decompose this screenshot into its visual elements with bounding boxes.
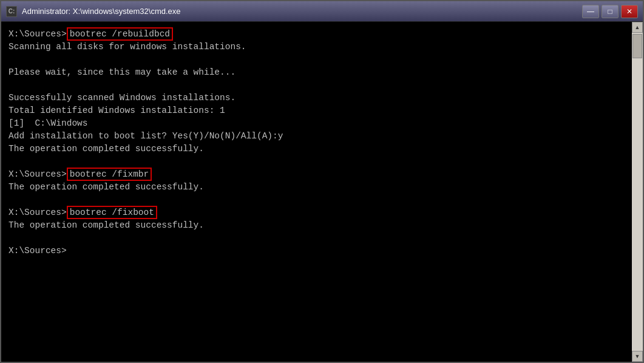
- window-icon: C:: [6, 6, 17, 17]
- scroll-track[interactable]: [632, 33, 643, 351]
- terminal-text-line: The operation completed successfully.: [8, 219, 625, 232]
- terminal-prompt: X:\Sources>: [8, 169, 67, 179]
- title-bar: C: Administrator: X:\windows\system32\cm…: [1, 1, 643, 22]
- scroll-down-arrow[interactable]: ▼: [632, 351, 643, 362]
- close-button[interactable]: ✕: [621, 5, 638, 18]
- terminal-prompt: X:\Sources>: [8, 29, 67, 39]
- terminal-prompt: X:\Sources>: [8, 208, 67, 217]
- empty-line: [8, 232, 625, 245]
- maximize-button[interactable]: □: [602, 5, 619, 18]
- minimize-button[interactable]: —: [582, 5, 599, 18]
- highlighted-command: bootrec /fixmbr: [67, 168, 152, 181]
- window-controls: — □ ✕: [582, 5, 638, 18]
- terminal-command-line: X:\Sources>bootrec /fixboot: [8, 206, 625, 219]
- terminal-area[interactable]: X:\Sources>bootrec /rebuildbcdScanning a…: [1, 22, 632, 362]
- terminal-prompt-line: X:\Sources>: [8, 245, 625, 257]
- empty-line: [8, 79, 625, 92]
- terminal-text-line: Please wait, since this may take a while…: [8, 66, 625, 79]
- window-title: Administrator: X:\windows\system32\cmd.e…: [22, 7, 582, 16]
- empty-line: [8, 53, 625, 66]
- terminal-text-line: The operation completed successfully.: [8, 143, 625, 155]
- cmd-window: C: Administrator: X:\windows\system32\cm…: [0, 0, 644, 363]
- scroll-thumb[interactable]: [632, 34, 642, 58]
- window-body: X:\Sources>bootrec /rebuildbcdScanning a…: [1, 22, 643, 362]
- terminal-text-line: Scanning all disks for windows installat…: [8, 41, 625, 53]
- terminal-command-line: X:\Sources>bootrec /rebuildbcd: [8, 28, 625, 41]
- scroll-up-arrow[interactable]: ▲: [632, 22, 643, 33]
- terminal-text-line: Total identified Windows installations: …: [8, 104, 625, 117]
- terminal-text-line: The operation completed successfully.: [8, 181, 625, 194]
- terminal-text-line: [1] C:\Windows: [8, 117, 625, 130]
- highlighted-command: bootrec /fixboot: [67, 206, 157, 219]
- terminal-text-line: Successfully scanned Windows installatio…: [8, 92, 625, 104]
- highlighted-command: bootrec /rebuildbcd: [67, 27, 173, 41]
- empty-line: [8, 194, 625, 206]
- terminal-command-line: X:\Sources>bootrec /fixmbr: [8, 168, 625, 181]
- empty-line: [8, 155, 625, 168]
- scrollbar: ▲ ▼: [632, 22, 643, 362]
- terminal-text-line: Add installation to boot list? Yes(Y)/No…: [8, 130, 625, 143]
